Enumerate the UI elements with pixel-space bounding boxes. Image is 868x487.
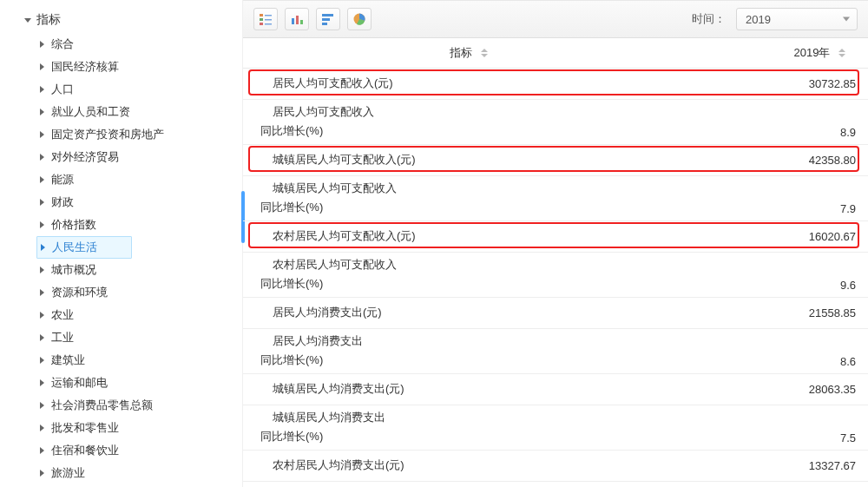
svg-rect-6 xyxy=(292,18,294,24)
svg-rect-4 xyxy=(260,23,263,25)
indicator-label: 农村居民人均消费支出(元) xyxy=(273,458,404,471)
caret-right-icon xyxy=(40,402,44,409)
sidebar-item[interactable]: 工业 xyxy=(40,326,242,349)
header-year[interactable]: 2019年 xyxy=(694,38,868,68)
sidebar-item[interactable]: 社会消费品零售总额 xyxy=(40,394,242,417)
year-select[interactable]: 2019 xyxy=(736,8,858,30)
sidebar-item[interactable]: 批发和零售业 xyxy=(40,417,242,439)
indicator-label: 城镇居民人均消费支出(元) xyxy=(273,382,404,395)
indicator-line2: 同比增长(%) xyxy=(260,429,694,444)
sidebar-item[interactable]: 人口 xyxy=(40,78,242,101)
sidebar-item-label: 城市概况 xyxy=(51,259,96,281)
value-cell: 8.9 xyxy=(694,99,868,144)
chevron-down-icon xyxy=(843,17,850,22)
caret-right-icon xyxy=(40,312,44,319)
svg-rect-10 xyxy=(322,18,330,21)
indicator-cell: 居民人均消费支出(元) xyxy=(243,297,694,328)
header-indicator[interactable]: 指标 xyxy=(243,38,694,68)
table-row: 农村居民人均可支配收入(元)16020.67 xyxy=(243,220,868,252)
caret-right-icon xyxy=(40,41,44,48)
caret-right-icon xyxy=(40,357,44,364)
indicator-label: 城镇居民人均可支配收入(元) xyxy=(273,153,416,166)
horizontal-bar-button[interactable] xyxy=(316,8,340,30)
sidebar-item[interactable]: 资源和环境 xyxy=(40,281,242,304)
indicator-cell: 居民人均消费支出同比增长(%) xyxy=(243,328,694,373)
value-label: 28063.35 xyxy=(809,383,856,396)
sidebar-item[interactable]: 就业人员和工资 xyxy=(40,101,242,123)
sidebar-item[interactable]: 国民经济核算 xyxy=(40,56,242,78)
value-cell: 13327.67 xyxy=(694,450,868,481)
table-row: 农村居民人均可支配收入同比增长(%)9.6 xyxy=(243,252,868,297)
table-row: 农村居民人均消费支出(元)13327.67 xyxy=(243,450,868,481)
sidebar-item-label: 住宿和餐饮业 xyxy=(51,439,119,462)
indicator-line1: 城镇居民人均可支配收入 xyxy=(260,181,694,196)
svg-rect-3 xyxy=(265,19,272,21)
caret-right-icon xyxy=(40,289,44,296)
table-container[interactable]: 指标 2019年 居民人均可支配收入(元)30732.85居民人均可支配收入同比… xyxy=(243,38,868,487)
caret-right-icon xyxy=(40,447,44,454)
sidebar-item-label: 价格指数 xyxy=(51,214,96,236)
legend-toggle-button[interactable] xyxy=(253,8,278,30)
time-label: 时间： xyxy=(692,11,726,27)
sidebar-item-label: 批发和零售业 xyxy=(51,417,119,439)
sidebar-item[interactable]: 住宿和餐饮业 xyxy=(40,439,242,462)
sidebar-item[interactable]: 财政 xyxy=(40,191,242,214)
caret-right-icon xyxy=(40,154,44,161)
sidebar-item[interactable]: 运输和邮电 xyxy=(40,372,242,394)
table-row: 城镇居民人均可支配收入同比增长(%)7.9 xyxy=(243,175,868,220)
sidebar-item[interactable]: 建筑业 xyxy=(40,349,242,372)
bar-chart-icon xyxy=(290,13,304,25)
value-label: 16020.67 xyxy=(809,230,856,243)
sidebar-item-label: 能源 xyxy=(51,168,74,191)
sidebar-item[interactable]: 对外经济贸易 xyxy=(40,146,242,168)
sidebar-item-label: 工业 xyxy=(51,326,74,349)
indicator-label: 居民人均可支配收入(元) xyxy=(273,76,393,89)
indicator-cell: 农村居民人均消费支出同比增长(%) xyxy=(243,481,694,487)
sidebar-item[interactable]: 农业 xyxy=(40,304,242,326)
sidebar-item[interactable]: 固定资产投资和房地产 xyxy=(40,123,242,146)
bar-chart-button[interactable] xyxy=(285,8,309,30)
indicator-line1: 城镇居民人均消费支出 xyxy=(260,410,694,425)
sidebar-item[interactable]: 能源 xyxy=(40,168,242,191)
sidebar-item-label: 综合 xyxy=(51,33,74,56)
sidebar-item-label: 财政 xyxy=(51,191,74,214)
caret-right-icon xyxy=(40,199,44,206)
indicator-line2: 同比增长(%) xyxy=(260,352,694,368)
sidebar-item[interactable]: 人民生活 xyxy=(36,236,132,259)
value-label: 42358.80 xyxy=(809,154,856,167)
header-year-label: 2019年 xyxy=(793,46,830,59)
value-cell: 30732.85 xyxy=(694,68,868,99)
sidebar-item-label: 建筑业 xyxy=(51,349,85,372)
sidebar-item[interactable]: 综合 xyxy=(40,33,242,56)
value-label: 7.5 xyxy=(840,431,856,444)
svg-rect-5 xyxy=(265,23,272,25)
pie-chart-icon xyxy=(352,12,366,26)
caret-right-icon xyxy=(40,424,44,431)
value-cell: 9.6 xyxy=(694,252,868,297)
table-row: 居民人均可支配收入(元)30732.85 xyxy=(243,68,868,99)
pie-chart-button[interactable] xyxy=(347,8,372,30)
main-panel: 时间： 2019 指标 2019年 居民人均可支配收入(元)307 xyxy=(243,0,868,487)
caret-right-icon xyxy=(40,379,44,386)
sidebar-item-label: 对外经济贸易 xyxy=(51,146,119,168)
svg-rect-1 xyxy=(265,15,272,16)
svg-rect-11 xyxy=(322,23,327,25)
sidebar-item[interactable]: 城市概况 xyxy=(40,259,242,281)
svg-rect-2 xyxy=(260,18,263,21)
sidebar-item-label: 资源和环境 xyxy=(51,281,108,304)
caret-right-icon xyxy=(40,86,44,93)
indicator-cell: 城镇居民人均消费支出同比增长(%) xyxy=(243,405,694,450)
value-label: 7.9 xyxy=(840,202,856,215)
value-label: 21558.85 xyxy=(809,306,856,319)
indicator-line2: 同比增长(%) xyxy=(260,200,694,215)
indicator-cell: 城镇居民人均可支配收入同比增长(%) xyxy=(243,175,694,220)
sidebar-item[interactable]: 旅游业 xyxy=(40,462,242,484)
sort-icon xyxy=(838,49,845,57)
sidebar-item[interactable]: 价格指数 xyxy=(40,214,242,236)
caret-right-icon xyxy=(41,244,45,251)
sidebar-item-label: 人民生活 xyxy=(52,236,97,259)
tree-root[interactable]: 指标 xyxy=(24,9,242,33)
sidebar-tree[interactable]: 指标 综合国民经济核算人口就业人员和工资固定资产投资和房地产对外经济贸易能源财政… xyxy=(0,0,243,487)
value-label: 8.6 xyxy=(840,355,856,368)
value-cell: 21558.85 xyxy=(694,297,868,328)
